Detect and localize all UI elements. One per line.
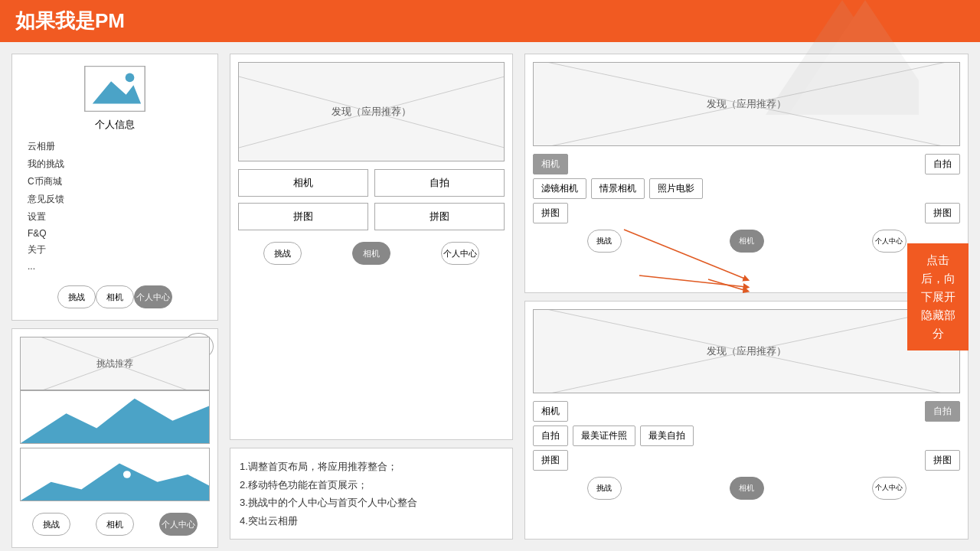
right-bottom-wireframe: 发现（应用推荐） <box>533 309 960 393</box>
tag-puzzle-bot-1[interactable]: 拼图 <box>533 450 568 471</box>
right-bottom-wireframe-label: 发现（应用推荐） <box>707 344 786 358</box>
menu-item-faq[interactable]: F&Q <box>20 226 210 241</box>
menu-item-album[interactable]: 云相册 <box>20 138 210 155</box>
wireframe-x-decoration <box>21 337 209 390</box>
right-top-wireframe: 发现（应用推荐） <box>533 62 960 146</box>
profile-nav-tabs: 挑战 相机 个人中心 <box>57 282 172 312</box>
tab-camera-2[interactable]: 相机 <box>96 513 134 536</box>
profile-card: 个人信息 云相册 我的挑战 C币商城 意见反馈 设置 F&Q 关于 ... 挑战… <box>11 54 218 321</box>
tab-challenge-2[interactable]: 挑战 <box>32 513 70 536</box>
tag-best-selfie[interactable]: 最美自拍 <box>640 425 694 446</box>
tag-puzzle-bot-2[interactable]: 拼图 <box>925 450 960 471</box>
right-top-row2: 滤镜相机 情景相机 照片电影 <box>533 178 960 199</box>
btn-puzzle-2[interactable]: 拼图 <box>374 203 505 230</box>
mountain-image-1 <box>20 390 210 444</box>
tag-selfie-b2[interactable]: 自拍 <box>533 425 568 446</box>
tag-scene-camera[interactable]: 情景相机 <box>591 178 645 199</box>
mid-wireframe-label: 发现（应用推荐） <box>332 105 411 119</box>
mid-btn-grid: 相机 自拍 拼图 拼图 <box>238 169 505 230</box>
mid-wireframe-card: 发现（应用推荐） 相机 自拍 拼图 拼图 挑战 相机 个人中心 <box>230 54 513 440</box>
menu-item-settings[interactable]: 设置 <box>20 208 210 226</box>
tab-camera-3[interactable]: 相机 <box>352 242 390 265</box>
middle-column: 发现（应用推荐） 相机 自拍 拼图 拼图 挑战 相机 个人中心 1.调整首页布局… <box>230 54 513 540</box>
right-bottom-card: 发现（应用推荐） 相机 自拍 自拍 最美证件照 最美自拍 拼图 拼图 挑战 <box>524 301 969 540</box>
tab-challenge-4[interactable]: 挑战 <box>587 230 622 253</box>
tab-camera-1[interactable]: 相机 <box>96 285 134 308</box>
tag-puzzle-top-2[interactable]: 拼图 <box>925 203 960 223</box>
tab-camera-5[interactable]: 相机 <box>730 477 764 500</box>
svg-point-2 <box>126 73 135 83</box>
challenge-nav-tabs: 挑战 相机 个人中心 <box>20 509 210 540</box>
btn-puzzle-1[interactable]: 拼图 <box>238 203 368 230</box>
description-card: 1.调整首页布局，将应用推荐整合；2.移动特色功能在首页展示；3.挑战中的个人中… <box>230 448 513 540</box>
svg-point-8 <box>123 471 131 478</box>
avatar <box>84 66 145 112</box>
right-column: 点击后，向下展开隐藏部分 发现（应用推荐） 相机 自拍 滤镜相机 情景相机 照片… <box>524 54 969 540</box>
btn-selfie[interactable]: 自拍 <box>374 169 505 197</box>
right-bottom-row3: 拼图 拼图 <box>533 450 960 471</box>
right-top-wireframe-label: 发现（应用推荐） <box>707 97 786 111</box>
profile-name-label: 个人信息 <box>95 118 135 132</box>
right-top-row1: 相机 自拍 <box>533 154 960 174</box>
tab-personal-1[interactable]: 个人中心 <box>134 285 172 308</box>
mountain-image-2 <box>20 448 210 501</box>
right-bottom-row2: 自拍 最美证件照 最美自拍 <box>533 425 960 446</box>
tab-personal-4[interactable]: 个人中心 <box>872 230 906 253</box>
main-content: 个人信息 云相册 我的挑战 C币商城 意见反馈 设置 F&Q 关于 ... 挑战… <box>0 42 980 551</box>
tag-selfie-bottom[interactable]: 自拍 <box>925 401 960 422</box>
svg-point-5 <box>100 403 108 410</box>
menu-item-challenge[interactable]: 我的挑战 <box>20 155 210 173</box>
menu-item-more[interactable]: ... <box>20 259 210 274</box>
right-bottom-row1: 相机 自拍 <box>533 401 960 422</box>
annotation-text: 点击后，向下展开隐藏部分 <box>921 253 956 340</box>
challenge-wireframe: 挑战推荐 <box>20 337 210 390</box>
menu-item-about[interactable]: 关于 <box>20 241 210 259</box>
header: 如果我是PM <box>0 0 980 42</box>
tab-personal-2[interactable]: 个人中心 <box>159 513 198 536</box>
tab-personal-3[interactable]: 个人中心 <box>441 242 479 265</box>
tag-photo-movie[interactable]: 照片电影 <box>649 178 703 199</box>
menu-item-store[interactable]: C币商城 <box>20 173 210 191</box>
tag-camera-top[interactable]: 相机 <box>533 154 568 174</box>
description-text: 1.调整首页布局，将应用推荐整合；2.移动特色功能在首页展示；3.挑战中的个人中… <box>240 458 503 530</box>
right-bottom-nav: 挑战 相机 个人中心 <box>533 477 960 500</box>
right-top-nav: 挑战 相机 个人中心 <box>533 230 960 253</box>
tag-camera-bottom[interactable]: 相机 <box>533 401 568 422</box>
mid-nav-tabs: 挑战 相机 个人中心 <box>238 238 505 269</box>
tag-best-id[interactable]: 最美证件照 <box>573 425 635 446</box>
btn-camera[interactable]: 相机 <box>238 169 368 197</box>
challenge-card: 个人中心 挑战推荐 挑战 相机 <box>11 328 218 548</box>
tab-challenge-3[interactable]: 挑战 <box>263 242 302 265</box>
right-top-card: 发现（应用推荐） 相机 自拍 滤镜相机 情景相机 照片电影 拼图 拼图 挑战 <box>524 54 969 293</box>
tab-challenge-1[interactable]: 挑战 <box>57 285 96 308</box>
menu-item-feedback[interactable]: 意见反馈 <box>20 191 210 208</box>
annotation-box: 点击后，向下展开隐藏部分 <box>907 243 969 350</box>
tag-puzzle-top-1[interactable]: 拼图 <box>533 203 568 223</box>
right-top-row3: 拼图 拼图 <box>533 203 960 223</box>
profile-menu: 云相册 我的挑战 C币商城 意见反馈 设置 F&Q 关于 ... <box>20 138 210 274</box>
left-column: 个人信息 云相册 我的挑战 C币商城 意见反馈 设置 F&Q 关于 ... 挑战… <box>11 54 218 540</box>
tab-camera-4[interactable]: 相机 <box>730 230 764 253</box>
tag-filter-camera[interactable]: 滤镜相机 <box>533 178 586 199</box>
tag-selfie-top[interactable]: 自拍 <box>925 154 960 174</box>
tab-personal-5[interactable]: 个人中心 <box>872 477 906 500</box>
mid-wireframe-img: 发现（应用推荐） <box>238 62 505 161</box>
page-title: 如果我是PM <box>15 8 125 34</box>
tab-challenge-5[interactable]: 挑战 <box>587 477 622 500</box>
